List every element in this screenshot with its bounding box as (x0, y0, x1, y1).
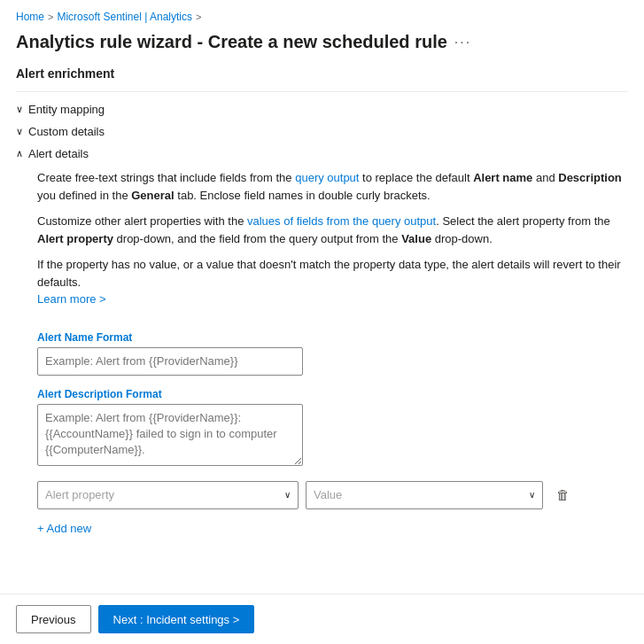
alert-details-para2: Customize other alert properties with th… (37, 213, 628, 247)
custom-details-label: Custom details (28, 125, 105, 138)
alert-details-label: Alert details (28, 147, 89, 160)
breadcrumb-sep-2: > (196, 12, 201, 22)
value-dropdown[interactable]: Value ∨ (306, 481, 543, 509)
previous-button[interactable]: Previous (16, 605, 91, 633)
alert-details-para1: Create free-text strings that include fi… (37, 169, 628, 204)
alert-details-body: Create free-text strings that include fi… (16, 169, 628, 539)
alert-details-collapsible[interactable]: ∧ Alert details (16, 147, 628, 160)
entity-mapping-collapsible[interactable]: ∨ Entity mapping (16, 103, 628, 116)
add-new-container: + Add new (37, 518, 628, 539)
value-chevron-icon: ∨ (529, 490, 535, 500)
entity-mapping-chevron-icon: ∨ (16, 104, 23, 115)
next-button[interactable]: Next : Incident settings > (98, 605, 255, 633)
alert-desc-format-input[interactable] (37, 404, 303, 466)
alert-property-placeholder: Alert property (45, 488, 114, 501)
delete-row-button[interactable]: 🗑 (550, 483, 575, 508)
breadcrumb-sentinel[interactable]: Microsoft Sentinel | Analytics (57, 11, 192, 23)
breadcrumb: Home > Microsoft Sentinel | Analytics > (0, 0, 644, 30)
alert-property-row: Alert property ∨ Value ∨ 🗑 (37, 481, 628, 509)
alert-property-chevron-icon: ∨ (284, 490, 291, 500)
page-title-container: Analytics rule wizard - Create a new sch… (0, 30, 644, 66)
alert-desc-format-label: Alert Description Format (37, 388, 628, 400)
add-new-button[interactable]: + Add new (37, 518, 91, 539)
alert-property-dropdown[interactable]: Alert property ∨ (37, 481, 299, 509)
main-content: Alert enrichment ∨ Entity mapping ∨ Cust… (0, 66, 644, 609)
alert-name-format-input[interactable] (37, 347, 303, 376)
section-header: Alert enrichment (16, 66, 628, 81)
footer-bar: Previous Next : Incident settings > (0, 594, 644, 644)
value-placeholder: Value (314, 488, 342, 501)
alert-name-format-group: Alert Name Format (37, 331, 628, 376)
alert-name-format-label: Alert Name Format (37, 331, 628, 344)
section-divider (16, 91, 628, 92)
custom-details-chevron-icon: ∨ (16, 126, 23, 137)
entity-mapping-label: Entity mapping (28, 103, 105, 116)
page-title-ellipsis[interactable]: ··· (454, 35, 471, 50)
breadcrumb-home[interactable]: Home (16, 11, 44, 23)
alert-details-chevron-icon: ∧ (16, 148, 23, 159)
breadcrumb-sep-1: > (48, 12, 53, 22)
learn-more-link[interactable]: Learn more > (37, 291, 106, 308)
page-title: Analytics rule wizard - Create a new sch… (16, 32, 447, 52)
custom-details-collapsible[interactable]: ∨ Custom details (16, 125, 628, 138)
alert-details-para3: If the property has no value, or a value… (37, 256, 628, 322)
alert-desc-format-group: Alert Description Format (37, 388, 628, 469)
